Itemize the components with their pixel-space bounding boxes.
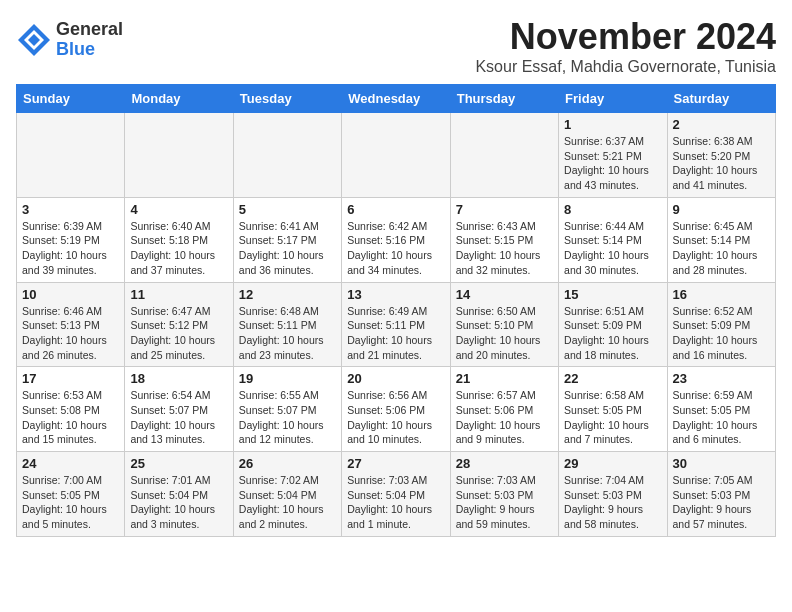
- weekday-header-cell: Friday: [559, 85, 667, 113]
- day-number: 5: [239, 202, 336, 217]
- day-info: Sunrise: 6:37 AM Sunset: 5:21 PM Dayligh…: [564, 134, 661, 193]
- day-info: Sunrise: 6:57 AM Sunset: 5:06 PM Dayligh…: [456, 388, 553, 447]
- calendar-cell: 1Sunrise: 6:37 AM Sunset: 5:21 PM Daylig…: [559, 113, 667, 198]
- calendar-cell: 9Sunrise: 6:45 AM Sunset: 5:14 PM Daylig…: [667, 197, 775, 282]
- weekday-header-cell: Sunday: [17, 85, 125, 113]
- day-number: 30: [673, 456, 770, 471]
- calendar-cell: 10Sunrise: 6:46 AM Sunset: 5:13 PM Dayli…: [17, 282, 125, 367]
- logo-icon: [16, 22, 52, 58]
- weekday-header-cell: Thursday: [450, 85, 558, 113]
- calendar-cell: 7Sunrise: 6:43 AM Sunset: 5:15 PM Daylig…: [450, 197, 558, 282]
- calendar-cell: 30Sunrise: 7:05 AM Sunset: 5:03 PM Dayli…: [667, 452, 775, 537]
- calendar-cell: 5Sunrise: 6:41 AM Sunset: 5:17 PM Daylig…: [233, 197, 341, 282]
- calendar-cell: 23Sunrise: 6:59 AM Sunset: 5:05 PM Dayli…: [667, 367, 775, 452]
- logo-line2: Blue: [56, 40, 123, 60]
- day-info: Sunrise: 6:50 AM Sunset: 5:10 PM Dayligh…: [456, 304, 553, 363]
- weekday-header-cell: Tuesday: [233, 85, 341, 113]
- calendar-cell: 14Sunrise: 6:50 AM Sunset: 5:10 PM Dayli…: [450, 282, 558, 367]
- day-number: 1: [564, 117, 661, 132]
- day-info: Sunrise: 6:56 AM Sunset: 5:06 PM Dayligh…: [347, 388, 444, 447]
- day-info: Sunrise: 6:45 AM Sunset: 5:14 PM Dayligh…: [673, 219, 770, 278]
- weekday-header-cell: Saturday: [667, 85, 775, 113]
- calendar-table: SundayMondayTuesdayWednesdayThursdayFrid…: [16, 84, 776, 537]
- day-info: Sunrise: 6:39 AM Sunset: 5:19 PM Dayligh…: [22, 219, 119, 278]
- day-number: 27: [347, 456, 444, 471]
- calendar-cell: 13Sunrise: 6:49 AM Sunset: 5:11 PM Dayli…: [342, 282, 450, 367]
- title-section: November 2024 Ksour Essaf, Mahdia Govern…: [475, 16, 776, 76]
- calendar-cell: [450, 113, 558, 198]
- calendar-cell: 6Sunrise: 6:42 AM Sunset: 5:16 PM Daylig…: [342, 197, 450, 282]
- logo-text: General Blue: [56, 20, 123, 60]
- day-number: 23: [673, 371, 770, 386]
- calendar-row: 1Sunrise: 6:37 AM Sunset: 5:21 PM Daylig…: [17, 113, 776, 198]
- day-info: Sunrise: 7:04 AM Sunset: 5:03 PM Dayligh…: [564, 473, 661, 532]
- weekday-header-row: SundayMondayTuesdayWednesdayThursdayFrid…: [17, 85, 776, 113]
- weekday-header-cell: Monday: [125, 85, 233, 113]
- calendar-cell: 15Sunrise: 6:51 AM Sunset: 5:09 PM Dayli…: [559, 282, 667, 367]
- calendar-cell: 26Sunrise: 7:02 AM Sunset: 5:04 PM Dayli…: [233, 452, 341, 537]
- day-number: 4: [130, 202, 227, 217]
- calendar-cell: [342, 113, 450, 198]
- day-number: 11: [130, 287, 227, 302]
- day-number: 21: [456, 371, 553, 386]
- day-info: Sunrise: 7:03 AM Sunset: 5:03 PM Dayligh…: [456, 473, 553, 532]
- day-info: Sunrise: 6:54 AM Sunset: 5:07 PM Dayligh…: [130, 388, 227, 447]
- calendar-cell: [17, 113, 125, 198]
- day-info: Sunrise: 6:49 AM Sunset: 5:11 PM Dayligh…: [347, 304, 444, 363]
- calendar-cell: 21Sunrise: 6:57 AM Sunset: 5:06 PM Dayli…: [450, 367, 558, 452]
- day-number: 29: [564, 456, 661, 471]
- calendar-cell: 24Sunrise: 7:00 AM Sunset: 5:05 PM Dayli…: [17, 452, 125, 537]
- calendar-cell: 3Sunrise: 6:39 AM Sunset: 5:19 PM Daylig…: [17, 197, 125, 282]
- day-info: Sunrise: 6:55 AM Sunset: 5:07 PM Dayligh…: [239, 388, 336, 447]
- calendar-row: 17Sunrise: 6:53 AM Sunset: 5:08 PM Dayli…: [17, 367, 776, 452]
- day-info: Sunrise: 7:05 AM Sunset: 5:03 PM Dayligh…: [673, 473, 770, 532]
- calendar-cell: 25Sunrise: 7:01 AM Sunset: 5:04 PM Dayli…: [125, 452, 233, 537]
- day-number: 3: [22, 202, 119, 217]
- day-number: 14: [456, 287, 553, 302]
- day-info: Sunrise: 7:02 AM Sunset: 5:04 PM Dayligh…: [239, 473, 336, 532]
- calendar-cell: 20Sunrise: 6:56 AM Sunset: 5:06 PM Dayli…: [342, 367, 450, 452]
- day-info: Sunrise: 6:59 AM Sunset: 5:05 PM Dayligh…: [673, 388, 770, 447]
- calendar-row: 3Sunrise: 6:39 AM Sunset: 5:19 PM Daylig…: [17, 197, 776, 282]
- day-number: 10: [22, 287, 119, 302]
- day-number: 20: [347, 371, 444, 386]
- day-info: Sunrise: 6:51 AM Sunset: 5:09 PM Dayligh…: [564, 304, 661, 363]
- day-info: Sunrise: 6:52 AM Sunset: 5:09 PM Dayligh…: [673, 304, 770, 363]
- month-title: November 2024: [475, 16, 776, 58]
- day-number: 2: [673, 117, 770, 132]
- day-info: Sunrise: 7:01 AM Sunset: 5:04 PM Dayligh…: [130, 473, 227, 532]
- day-info: Sunrise: 6:48 AM Sunset: 5:11 PM Dayligh…: [239, 304, 336, 363]
- day-info: Sunrise: 6:42 AM Sunset: 5:16 PM Dayligh…: [347, 219, 444, 278]
- calendar-cell: 28Sunrise: 7:03 AM Sunset: 5:03 PM Dayli…: [450, 452, 558, 537]
- day-number: 12: [239, 287, 336, 302]
- day-number: 13: [347, 287, 444, 302]
- day-info: Sunrise: 6:38 AM Sunset: 5:20 PM Dayligh…: [673, 134, 770, 193]
- day-number: 16: [673, 287, 770, 302]
- day-number: 18: [130, 371, 227, 386]
- calendar-row: 24Sunrise: 7:00 AM Sunset: 5:05 PM Dayli…: [17, 452, 776, 537]
- day-info: Sunrise: 6:40 AM Sunset: 5:18 PM Dayligh…: [130, 219, 227, 278]
- day-info: Sunrise: 6:47 AM Sunset: 5:12 PM Dayligh…: [130, 304, 227, 363]
- header: General Blue November 2024 Ksour Essaf, …: [16, 16, 776, 76]
- day-number: 24: [22, 456, 119, 471]
- day-info: Sunrise: 6:58 AM Sunset: 5:05 PM Dayligh…: [564, 388, 661, 447]
- weekday-header-cell: Wednesday: [342, 85, 450, 113]
- day-info: Sunrise: 7:03 AM Sunset: 5:04 PM Dayligh…: [347, 473, 444, 532]
- calendar-cell: 2Sunrise: 6:38 AM Sunset: 5:20 PM Daylig…: [667, 113, 775, 198]
- calendar-cell: 11Sunrise: 6:47 AM Sunset: 5:12 PM Dayli…: [125, 282, 233, 367]
- calendar-cell: [125, 113, 233, 198]
- calendar-body: 1Sunrise: 6:37 AM Sunset: 5:21 PM Daylig…: [17, 113, 776, 537]
- day-info: Sunrise: 6:46 AM Sunset: 5:13 PM Dayligh…: [22, 304, 119, 363]
- location: Ksour Essaf, Mahdia Governorate, Tunisia: [475, 58, 776, 76]
- day-info: Sunrise: 6:43 AM Sunset: 5:15 PM Dayligh…: [456, 219, 553, 278]
- calendar-row: 10Sunrise: 6:46 AM Sunset: 5:13 PM Dayli…: [17, 282, 776, 367]
- calendar-cell: 22Sunrise: 6:58 AM Sunset: 5:05 PM Dayli…: [559, 367, 667, 452]
- calendar-cell: 16Sunrise: 6:52 AM Sunset: 5:09 PM Dayli…: [667, 282, 775, 367]
- day-number: 28: [456, 456, 553, 471]
- day-number: 15: [564, 287, 661, 302]
- day-number: 6: [347, 202, 444, 217]
- day-info: Sunrise: 6:44 AM Sunset: 5:14 PM Dayligh…: [564, 219, 661, 278]
- calendar-cell: 18Sunrise: 6:54 AM Sunset: 5:07 PM Dayli…: [125, 367, 233, 452]
- day-info: Sunrise: 6:41 AM Sunset: 5:17 PM Dayligh…: [239, 219, 336, 278]
- day-number: 22: [564, 371, 661, 386]
